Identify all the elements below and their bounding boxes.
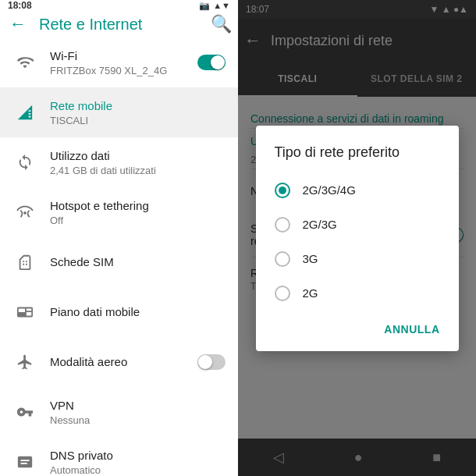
search-icon[interactable]: 🔍 — [211, 14, 232, 34]
vpn-icon — [12, 403, 37, 421]
radio-2g[interactable]: 2G — [256, 276, 459, 311]
radio-2g-label: 2G — [303, 286, 318, 300]
aero-toggle-container — [197, 354, 226, 370]
left-top-bar: ← Rete e Internet 🔍 — [0, 11, 238, 37]
sim-title: Schede SIM — [50, 254, 226, 270]
piano-icon — [12, 304, 37, 321]
menu-item-dns[interactable]: DNS privato Automatico — [0, 437, 238, 476]
wifi-title: Wi-Fi — [50, 48, 185, 64]
menu-item-piano[interactable]: Piano dati mobile — [0, 287, 238, 337]
left-status-icons: 📷 ▲▼ — [199, 1, 230, 11]
wifi-icon — [12, 54, 37, 71]
hotspot-icon — [12, 204, 37, 221]
menu-item-hotspot[interactable]: Hotspot e tethering Off — [0, 187, 238, 237]
dialog-actions: ANNULLA — [256, 311, 459, 345]
mobile-title: Rete mobile — [50, 98, 226, 114]
sim-content: Schede SIM — [50, 254, 226, 270]
left-status-icon-photo: 📷 — [199, 1, 210, 11]
dns-title: DNS privato — [50, 448, 226, 464]
hotspot-title: Hotspot e tethering — [50, 198, 226, 214]
radio-3g-label: 2G/3G — [303, 218, 337, 231]
radio-4g-label: 2G/3G/4G — [303, 183, 356, 197]
piano-content: Piano dati mobile — [50, 304, 226, 320]
left-back-button[interactable]: ← — [6, 11, 30, 37]
radio-3gonly-circle[interactable] — [275, 251, 290, 267]
vpn-title: VPN — [50, 398, 226, 414]
aero-toggle[interactable] — [197, 354, 226, 370]
radio-4g[interactable]: 2G/3G/4G — [256, 173, 459, 208]
dialog-overlay: Tipo di rete preferito 2G/3G/4G 2G/3G 3G… — [238, 0, 476, 476]
left-page-title: Rete e Internet — [39, 16, 201, 34]
data-subtitle: 2,41 GB di dati utilizzati — [50, 165, 226, 176]
hotspot-subtitle: Off — [50, 215, 226, 226]
radio-3g[interactable]: 2G/3G — [256, 208, 459, 242]
wifi-toggle[interactable] — [197, 55, 226, 70]
data-title: Utilizzo dati — [50, 148, 226, 164]
piano-title: Piano dati mobile — [50, 304, 226, 320]
menu-item-vpn[interactable]: VPN Nessuna — [0, 387, 238, 437]
left-status-bar: 18:08 📷 ▲▼ — [0, 0, 238, 11]
mobile-content: Rete mobile TISCALI — [50, 98, 226, 127]
wifi-content: Wi-Fi FRITZBox 7590 XL_2_4G — [50, 48, 185, 77]
wifi-subtitle: FRITZBox 7590 XL_2_4G — [50, 65, 185, 76]
aero-title: Modalità aereo — [50, 354, 185, 370]
menu-item-wifi[interactable]: Wi-Fi FRITZBox 7590 XL_2_4G — [0, 37, 238, 87]
mobile-icon — [12, 104, 37, 121]
dns-subtitle: Automatico — [50, 464, 226, 476]
radio-2g-circle[interactable] — [275, 286, 290, 301]
aero-content: Modalità aereo — [50, 354, 185, 370]
radio-3g-circle[interactable] — [275, 217, 290, 233]
annulla-button[interactable]: ANNULLA — [371, 317, 452, 342]
radio-3gonly-label: 3G — [303, 252, 318, 265]
airplane-icon — [12, 353, 37, 371]
menu-item-aero[interactable]: Modalità aereo — [0, 337, 238, 387]
network-type-dialog: Tipo di rete preferito 2G/3G/4G 2G/3G 3G… — [256, 126, 459, 351]
left-time: 18:08 — [8, 0, 32, 11]
menu-item-data[interactable]: Utilizzo dati 2,41 GB di dati utilizzati — [0, 137, 238, 187]
data-icon — [12, 154, 37, 171]
vpn-content: VPN Nessuna — [50, 398, 226, 427]
dialog-title: Tipo di rete preferito — [256, 144, 459, 173]
hotspot-content: Hotspot e tethering Off — [50, 198, 226, 227]
left-panel: 18:08 📷 ▲▼ ← Rete e Internet 🔍 Wi-Fi FRI… — [0, 0, 238, 476]
data-content: Utilizzo dati 2,41 GB di dati utilizzati — [50, 148, 226, 177]
wifi-toggle-container — [197, 55, 226, 70]
mobile-subtitle: TISCALI — [50, 115, 226, 126]
left-signal-icon: ▲▼ — [213, 1, 230, 10]
vpn-subtitle: Nessuna — [50, 414, 226, 426]
dns-icon — [12, 453, 37, 471]
dns-content: DNS privato Automatico — [50, 448, 226, 476]
radio-4g-circle[interactable] — [275, 183, 290, 198]
sim-icon — [12, 254, 37, 271]
menu-item-mobile[interactable]: Rete mobile TISCALI — [0, 87, 238, 137]
right-panel: 18:07 ▼ ▲ ●▲ ← Impostazioni di rete TISC… — [238, 0, 476, 476]
menu-item-sim[interactable]: Schede SIM — [0, 237, 238, 287]
radio-3gonly[interactable]: 3G — [256, 242, 459, 276]
